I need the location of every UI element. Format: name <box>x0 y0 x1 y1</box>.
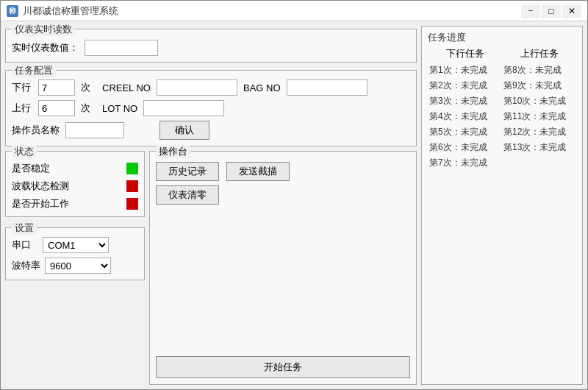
status-items: 是否稳定 波载状态检测 是否开始工作 <box>12 162 138 210</box>
progress-header: 下行任务 上行任务 <box>428 47 576 60</box>
clear-button[interactable]: 仪表清零 <box>156 185 219 205</box>
ops-buttons: 历史记录 发送截描 仪表清零 <box>156 162 410 205</box>
down-item-label: 第1次：未完成 <box>428 63 502 77</box>
task-section-title: 任务配置 <box>12 64 56 77</box>
down-label: 下行 <box>12 81 32 94</box>
ops-btn-row-2: 仪表清零 <box>156 185 410 205</box>
baud-label: 波特率 <box>12 259 40 272</box>
down-item-label: 第7次：未完成 <box>428 156 502 170</box>
ops-title: 操作台 <box>156 145 190 158</box>
task-up-row: 上行 次 LOT NO <box>12 100 410 116</box>
status-load-indicator <box>126 180 138 192</box>
progress-row: 第3次：未完成 第10次：未完成 <box>428 94 576 108</box>
meter-row: 实时仪表数值： <box>12 40 410 56</box>
status-stable-label: 是否稳定 <box>12 162 121 175</box>
settings-section: 设置 串口 COM1 COM2 COM3 COM4 波特率 <box>5 227 145 280</box>
baud-row: 波特率 9600 19200 38400 115200 <box>12 258 138 274</box>
up-count-input[interactable] <box>38 100 75 116</box>
main-content: 仪表实时读数 实时仪表数值： 任务配置 下行 次 CREEL NO BAG NO <box>1 21 587 389</box>
status-item-working: 是否开始工作 <box>12 197 138 210</box>
window-title: 川都诚信称重管理系统 <box>23 4 521 18</box>
close-button[interactable]: ✕ <box>562 4 581 18</box>
creel-no-label: CREEL NO <box>102 82 151 93</box>
app-icon: 称 <box>7 5 18 17</box>
send-button[interactable]: 发送截描 <box>226 162 290 181</box>
up-item-label: 第9次：未完成 <box>502 79 576 93</box>
ops-section: 操作台 历史记录 发送截描 仪表清零 开始任务 <box>149 151 417 385</box>
progress-row: 第7次：未完成 <box>428 156 576 170</box>
confirm-button[interactable]: 确认 <box>159 121 209 140</box>
operator-row: 操作员名称 确认 <box>12 121 410 140</box>
minimize-button[interactable]: － <box>521 4 540 18</box>
title-bar: 称 川都诚信称重管理系统 － □ ✕ <box>1 1 587 21</box>
status-working-label: 是否开始工作 <box>12 197 121 210</box>
left-panel: 仪表实时读数 实时仪表数值： 任务配置 下行 次 CREEL NO BAG NO <box>5 26 417 385</box>
progress-row: 第1次：未完成 第8次：未完成 <box>428 63 576 77</box>
up-item-label: 第12次：未完成 <box>502 125 576 139</box>
status-section: 状态 是否稳定 波载状态检测 是否开始工作 <box>5 151 145 217</box>
meter-value-input[interactable] <box>85 40 158 56</box>
progress-row: 第6次：未完成 第13次：未完成 <box>428 141 576 155</box>
task-section: 任务配置 下行 次 CREEL NO BAG NO 上行 次 LOT NO <box>5 70 417 146</box>
status-item-stable: 是否稳定 <box>12 162 138 175</box>
maximize-button[interactable]: □ <box>542 4 561 18</box>
bag-no-input[interactable] <box>287 79 368 96</box>
up-item-label: 第11次：未完成 <box>502 110 576 124</box>
status-stable-indicator <box>126 163 138 174</box>
start-task-button[interactable]: 开始任务 <box>156 356 410 378</box>
port-select[interactable]: COM1 COM2 COM3 COM4 <box>43 237 109 253</box>
up-item-label <box>502 156 576 170</box>
port-row: 串口 COM1 COM2 COM3 COM4 <box>12 237 138 253</box>
down-item-label: 第6次：未完成 <box>428 141 502 155</box>
down-col-header: 下行任务 <box>446 47 484 60</box>
meter-section-title: 仪表实时读数 <box>12 23 75 36</box>
progress-row: 第4次：未完成 第11次：未完成 <box>428 110 576 124</box>
down-item-label: 第4次：未完成 <box>428 110 502 124</box>
bag-no-label: BAG NO <box>243 82 281 93</box>
down-count-input[interactable] <box>38 79 75 96</box>
ops-btn-row-1: 历史记录 发送截描 <box>156 162 410 181</box>
window-controls: － □ ✕ <box>521 4 581 18</box>
status-item-load: 波载状态检测 <box>12 180 138 193</box>
history-button[interactable]: 历史记录 <box>156 162 219 181</box>
baud-select[interactable]: 9600 19200 38400 115200 <box>45 258 111 274</box>
status-title: 状态 <box>12 145 37 158</box>
down-item-label: 第3次：未完成 <box>428 94 502 108</box>
task-down-row: 下行 次 CREEL NO BAG NO <box>12 79 410 96</box>
down-item-label: 第2次：未完成 <box>428 79 502 93</box>
progress-row: 第2次：未完成 第9次：未完成 <box>428 79 576 93</box>
meter-label: 实时仪表数值： <box>12 41 79 54</box>
port-label: 串口 <box>12 238 38 252</box>
status-load-label: 波载状态检测 <box>12 180 121 193</box>
up-item-label: 第13次：未完成 <box>502 141 576 155</box>
operator-input[interactable] <box>65 122 124 138</box>
creel-no-input[interactable] <box>157 79 237 96</box>
operator-label: 操作员名称 <box>12 124 60 137</box>
status-working-indicator <box>126 198 138 210</box>
down-unit: 次 <box>81 81 90 94</box>
up-item-label: 第10次：未完成 <box>502 94 576 108</box>
progress-row: 第5次：未完成 第12次：未完成 <box>428 125 576 139</box>
bottom-row: 状态 是否稳定 波载状态检测 是否开始工作 <box>5 151 417 385</box>
down-item-label: 第5次：未完成 <box>428 125 502 139</box>
up-col-header: 上行任务 <box>520 47 559 60</box>
progress-title: 任务进度 <box>428 31 576 44</box>
main-window: 称 川都诚信称重管理系统 － □ ✕ 仪表实时读数 实时仪表数值： 任务配置 <box>0 0 588 390</box>
progress-panel: 任务进度 下行任务 上行任务 第1次：未完成 第8次：未完成 第2次：未完成 第… <box>421 26 583 385</box>
up-unit: 次 <box>81 102 90 115</box>
settings-title: 设置 <box>12 221 37 235</box>
up-item-label: 第8次：未完成 <box>502 63 576 77</box>
progress-rows: 第1次：未完成 第8次：未完成 第2次：未完成 第9次：未完成 第3次：未完成 … <box>428 63 576 170</box>
lot-no-label: LOT NO <box>102 103 137 114</box>
lot-no-input[interactable] <box>143 100 224 116</box>
meter-section: 仪表实时读数 实时仪表数值： <box>5 29 417 63</box>
up-label: 上行 <box>12 102 32 115</box>
